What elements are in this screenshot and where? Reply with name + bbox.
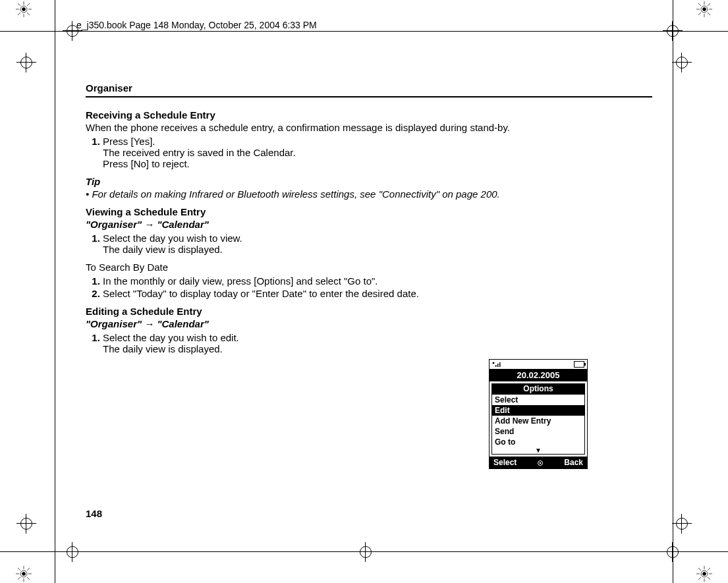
- step-item: Select the day you wish to edit. The dai…: [103, 332, 520, 354]
- phone-options-list: Select Edit Add New Entry Send Go to ▼: [491, 394, 585, 455]
- phone-option-add-new-entry[interactable]: Add New Entry: [492, 416, 584, 426]
- svg-line-6: [18, 3, 20, 6]
- section-title: Organiser: [86, 82, 652, 94]
- step-text: Press [Yes].: [103, 136, 155, 147]
- heading-editing: Editing a Schedule Entry: [86, 306, 520, 317]
- svg-point-1: [22, 8, 26, 11]
- crosshair-icon: [356, 542, 376, 562]
- svg-line-9: [18, 13, 20, 15]
- step-item: In the monthly or daily view, press [Opt…: [103, 275, 520, 287]
- battery-icon: [574, 361, 584, 368]
- step-text: Select the day you wish to edit.: [103, 332, 239, 343]
- step-text: Select the day you wish to view.: [103, 233, 242, 244]
- svg-line-29: [18, 577, 20, 580]
- phone-status-bar: [490, 360, 587, 369]
- svg-line-7: [27, 13, 30, 15]
- heading-viewing: Viewing a Schedule Entry: [86, 206, 520, 217]
- step-sub: Press [No] to reject.: [103, 158, 520, 169]
- registration-mark-icon: [696, 1, 712, 17]
- svg-line-27: [27, 577, 30, 580]
- svg-line-17: [708, 13, 710, 15]
- svg-point-21: [22, 572, 26, 576]
- step-sub: The daily view is displayed.: [103, 244, 520, 255]
- svg-line-19: [698, 13, 701, 15]
- step-sub: The daily view is displayed.: [103, 343, 520, 354]
- phone-date: 20.02.2005: [490, 369, 587, 381]
- svg-line-26: [18, 568, 20, 570]
- page-number: 148: [86, 508, 102, 519]
- phone-menu-title: Options: [491, 383, 585, 394]
- registration-mark-icon: [16, 566, 32, 582]
- crosshair-icon: [672, 514, 692, 534]
- softkey-left[interactable]: Select: [493, 458, 517, 467]
- svg-point-45: [540, 462, 541, 464]
- tip-body: • For details on making Infrared or Blue…: [86, 188, 520, 200]
- crosshair-icon: [63, 542, 82, 562]
- heading-receiving: Receiving a Schedule Entry: [86, 109, 520, 121]
- step-item: Select the day you wish to view. The dai…: [103, 233, 520, 255]
- step-text: In the monthly or daily view, press [Opt…: [103, 275, 378, 287]
- svg-line-18: [708, 3, 710, 6]
- file-header: e_j350.book Page 148 Monday, October 25,…: [76, 20, 317, 30]
- step-item: Press [Yes]. The received entry is saved…: [103, 136, 520, 169]
- phone-option-edit[interactable]: Edit: [492, 405, 584, 416]
- registration-mark-icon: [16, 1, 32, 17]
- svg-line-36: [698, 568, 701, 570]
- step-sub: The received entry is saved in the Calen…: [103, 147, 520, 158]
- svg-line-16: [698, 3, 701, 6]
- crosshair-icon: [16, 514, 36, 534]
- horizontal-rule: [86, 96, 652, 97]
- svg-line-39: [698, 577, 701, 580]
- phone-option-go-to[interactable]: Go to: [492, 437, 584, 447]
- svg-line-37: [708, 577, 710, 580]
- paragraph: When the phone receives a schedule entry…: [86, 122, 520, 133]
- chevron-down-icon: ▼: [492, 447, 584, 454]
- phone-option-select[interactable]: Select: [492, 395, 584, 405]
- step-item: Select "Today" to display today or "Ente…: [103, 288, 520, 299]
- crosshair-icon: [663, 21, 683, 41]
- svg-point-31: [703, 572, 706, 576]
- svg-point-40: [493, 362, 495, 364]
- svg-line-28: [27, 568, 30, 570]
- svg-rect-42: [497, 364, 499, 367]
- signal-icon: [492, 361, 504, 369]
- registration-mark-icon: [696, 566, 712, 582]
- softkey-right[interactable]: Back: [564, 458, 583, 467]
- tip-heading: Tip: [86, 176, 520, 187]
- svg-line-38: [708, 568, 710, 570]
- nav-path: "Organiser" → "Calendar": [86, 219, 520, 230]
- step-text: Select "Today" to display today or "Ente…: [103, 288, 419, 299]
- crosshair-icon: [663, 542, 683, 562]
- crosshair-icon: [672, 53, 692, 72]
- svg-rect-43: [499, 362, 501, 367]
- nav-path: "Organiser" → "Calendar": [86, 318, 520, 329]
- sub-heading: To Search By Date: [86, 262, 520, 273]
- crosshair-icon: [16, 53, 36, 72]
- svg-line-8: [27, 3, 30, 6]
- svg-rect-41: [495, 365, 497, 367]
- nav-center-icon[interactable]: [537, 459, 544, 466]
- svg-point-11: [703, 8, 706, 11]
- phone-screenshot: 20.02.2005 Options Select Edit Add New E…: [489, 359, 588, 469]
- phone-option-send[interactable]: Send: [492, 426, 584, 437]
